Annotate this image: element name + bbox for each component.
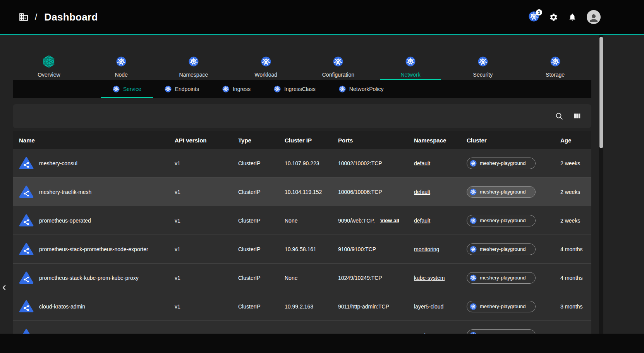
cell-cluster-ip: 10.99.2.163 — [278, 303, 332, 310]
main-tab-workload[interactable]: Workload — [230, 51, 302, 80]
cluster-chip-label: meshery-playground — [480, 275, 526, 281]
column-header-api-version: API version — [168, 137, 232, 144]
kubernetes-icon — [470, 160, 477, 167]
cluster-chip[interactable]: meshery-playground — [467, 158, 536, 169]
kubernetes-icon — [165, 86, 172, 93]
cluster-chip[interactable] — [467, 329, 536, 334]
view-all-ports-link[interactable]: View all — [380, 218, 399, 223]
view-columns-icon[interactable] — [573, 112, 581, 120]
namespace-link[interactable]: layer5-cloud — [414, 303, 443, 310]
scrollbar-thumb[interactable] — [599, 37, 603, 148]
kubernetes-icon — [478, 54, 488, 69]
cell-type: ClusterIP — [232, 303, 278, 310]
cell-namespace: default — [408, 160, 460, 166]
table-row[interactable]: cloud-kratos-adminv1ClusterIP10.99.2.163… — [13, 292, 591, 321]
main-tab-overview[interactable]: Overview — [13, 51, 85, 80]
main-tab-label: Overview — [38, 72, 60, 78]
namespace-link[interactable]: default — [414, 218, 430, 224]
cluster-chip[interactable]: meshery-playground — [467, 215, 536, 226]
table-row[interactable]: meshery-consulv1ClusterIP10.107.90.22310… — [13, 149, 591, 178]
main-tab-storage[interactable]: Storage — [519, 51, 591, 80]
cluster-chip[interactable]: meshery-playground — [467, 243, 536, 255]
main-tab-node[interactable]: Node — [85, 51, 158, 80]
cell-age: 3 months — [554, 303, 591, 310]
column-header-cluster: Cluster — [460, 137, 554, 144]
sub-tab-service[interactable]: Service — [101, 80, 153, 98]
table-row[interactable]: meshery-traefik-meshv1ClusterIP10.104.11… — [13, 178, 591, 206]
settings-gear-icon[interactable] — [549, 13, 558, 22]
cluster-chip-label: meshery-playground — [480, 303, 526, 309]
collapse-drawer-chevron[interactable] — [0, 281, 10, 294]
header-accent-line — [0, 34, 644, 35]
main-tabs: OverviewNodeNamespaceWorkloadConfigurati… — [13, 51, 591, 80]
column-header-age: Age — [554, 137, 591, 144]
cell-cluster-ip: 10.107.90.223 — [278, 160, 332, 166]
service-icon — [19, 271, 34, 285]
column-header-name: Name — [13, 137, 168, 144]
kubernetes-icon — [333, 54, 343, 69]
cell-age: 4 months — [554, 246, 591, 252]
service-name: prometheus-stack-prometheus-node-exporte… — [39, 246, 148, 252]
main-tab-network[interactable]: Network — [374, 51, 447, 80]
sub-tab-networkpolicy[interactable]: NetworkPolicy — [327, 80, 395, 98]
cell-ports: 10006/10006:TCP — [332, 189, 408, 195]
cell-api-version: v1 — [168, 160, 232, 166]
table-body-clip: meshery-consulv1ClusterIP10.107.90.22310… — [13, 149, 591, 334]
cluster-chip-label: meshery-playground — [480, 189, 526, 195]
sub-tab-label: IngressClass — [284, 86, 316, 92]
table-row[interactable]: prometheus-stack-prometheus-node-exporte… — [13, 235, 591, 264]
sub-tab-endpoints[interactable]: Endpoints — [153, 80, 211, 98]
main-tab-configuration[interactable]: Configuration — [302, 51, 374, 80]
service-icon — [19, 299, 34, 314]
bottom-strip — [0, 334, 644, 353]
table-row[interactable]: prometheus-stack-kube-prom-kube-proxyv1C… — [13, 264, 591, 292]
namespace-link[interactable]: default — [414, 160, 430, 166]
cell-name: prometheus-stack-prometheus-node-exporte… — [13, 242, 168, 257]
cluster-chip[interactable]: meshery-playground — [467, 301, 536, 312]
service-icon — [19, 242, 34, 257]
main-tab-label: Network — [400, 72, 420, 78]
cell-name — [13, 328, 168, 334]
cluster-context-button[interactable]: 1 — [529, 11, 539, 23]
kubernetes-icon — [261, 54, 271, 69]
search-icon[interactable] — [555, 112, 563, 120]
namespace-link[interactable]: default — [414, 189, 430, 195]
sub-tabs: ServiceEndpointsIngressIngressClassNetwo… — [13, 80, 591, 98]
namespace-link[interactable]: kube-system — [414, 275, 445, 281]
cluster-chip[interactable]: meshery-playground — [467, 272, 536, 284]
breadcrumb-separator: / — [35, 12, 37, 22]
kubernetes-icon — [189, 54, 199, 69]
sub-tab-label: Endpoints — [175, 86, 199, 92]
namespace-link[interactable]: monitoring — [414, 246, 439, 252]
cell-cluster-ip: 10.96.58.161 — [278, 246, 332, 252]
sub-tab-ingress[interactable]: Ingress — [211, 80, 262, 98]
cluster-chip[interactable]: meshery-playground — [467, 186, 536, 198]
cell-name: meshery-traefik-mesh — [13, 185, 168, 199]
kubernetes-icon — [339, 86, 346, 93]
sub-tab-ingressclass[interactable]: IngressClass — [262, 80, 327, 98]
cell-cluster: meshery-playground — [460, 158, 554, 169]
main-tab-security[interactable]: Security — [447, 51, 519, 80]
user-avatar[interactable] — [587, 10, 601, 24]
notifications-bell-icon[interactable] — [568, 13, 577, 21]
service-icon — [19, 185, 34, 199]
table-body: meshery-consulv1ClusterIP10.107.90.22310… — [13, 149, 591, 334]
cell-ports: 9090/web:TCP,View all — [332, 218, 408, 224]
kubernetes-icon — [274, 86, 281, 93]
kubernetes-icon — [550, 54, 560, 69]
cell-cluster — [460, 329, 554, 334]
cell-type: ClusterIP — [232, 218, 278, 224]
cell-api-version: v1 — [168, 189, 232, 195]
ports-value: 9011/http-admin:TCP — [338, 303, 389, 310]
table-row[interactable]: meshery- — [13, 321, 591, 334]
main-tab-namespace[interactable]: Namespace — [158, 51, 230, 80]
kubernetes-icon — [470, 274, 477, 281]
cell-namespace: monitoring — [408, 246, 460, 252]
cell-namespace: default — [408, 189, 460, 195]
organization-building-icon[interactable] — [19, 12, 29, 22]
table-row[interactable]: prometheus-operatedv1ClusterIPNone9090/w… — [13, 206, 591, 235]
kubernetes-icon — [116, 54, 126, 69]
cell-cluster-ip: 10.104.119.152 — [278, 189, 332, 195]
cell-ports: 10002/10002:TCP — [332, 160, 408, 166]
cell-cluster-ip: None — [278, 275, 332, 281]
